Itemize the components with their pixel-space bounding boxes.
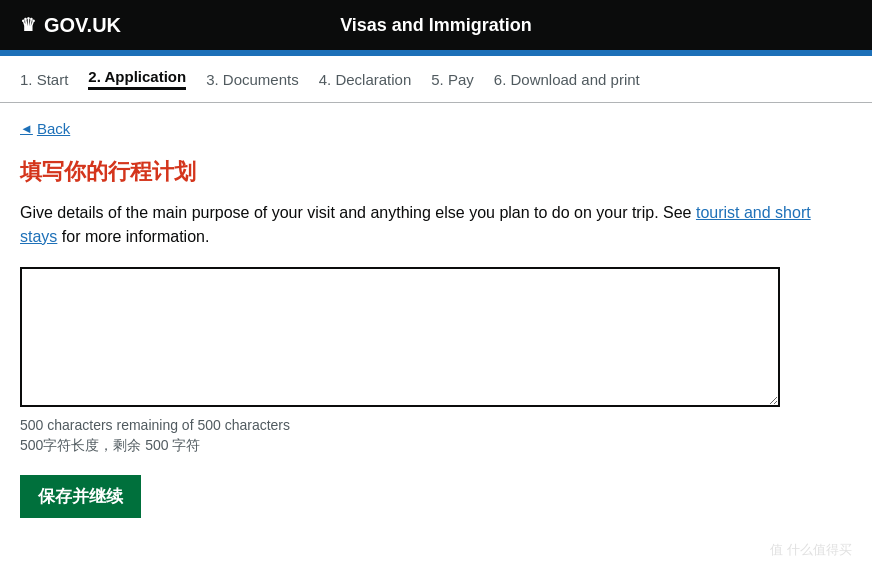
site-header: ♛ GOV.UK Visas and Immigration (0, 0, 872, 50)
step-download-and-print[interactable]: 6. Download and print (494, 71, 640, 88)
trip-plan-input[interactable] (20, 267, 780, 407)
crown-icon: ♛ (20, 14, 36, 36)
gov-logo: ♛ GOV.UK (20, 14, 297, 37)
main-content: ◄ Back 填写你的行程计划 Give details of the main… (0, 103, 870, 548)
site-title: Visas and Immigration (297, 15, 574, 36)
submit-button[interactable]: 保存并继续 (20, 475, 141, 518)
back-arrow-icon: ◄ (20, 121, 33, 136)
textarea-wrapper (20, 267, 850, 407)
step-documents[interactable]: 3. Documents (206, 71, 299, 88)
watermark: 值 什么值得买 (770, 541, 852, 548)
form-description: Give details of the main purpose of your… (20, 201, 840, 249)
step-declaration[interactable]: 4. Declaration (319, 71, 412, 88)
description-before: Give details of the main purpose of your… (20, 204, 696, 221)
step-navigation: 1. Start 2. Application 3. Documents 4. … (0, 56, 872, 103)
description-after: for more information. (57, 228, 209, 245)
step-pay[interactable]: 5. Pay (431, 71, 474, 88)
back-link[interactable]: ◄ Back (20, 120, 70, 137)
back-link-label: Back (37, 120, 70, 137)
step-application[interactable]: 2. Application (88, 68, 186, 90)
char-count-en: 500 characters remaining of 500 characte… (20, 417, 850, 433)
char-count-zh: 500字符长度，剩余 500 字符 (20, 437, 850, 455)
page-heading: 填写你的行程计划 (20, 157, 850, 187)
step-start[interactable]: 1. Start (20, 71, 68, 88)
logo-text: GOV.UK (44, 14, 121, 37)
